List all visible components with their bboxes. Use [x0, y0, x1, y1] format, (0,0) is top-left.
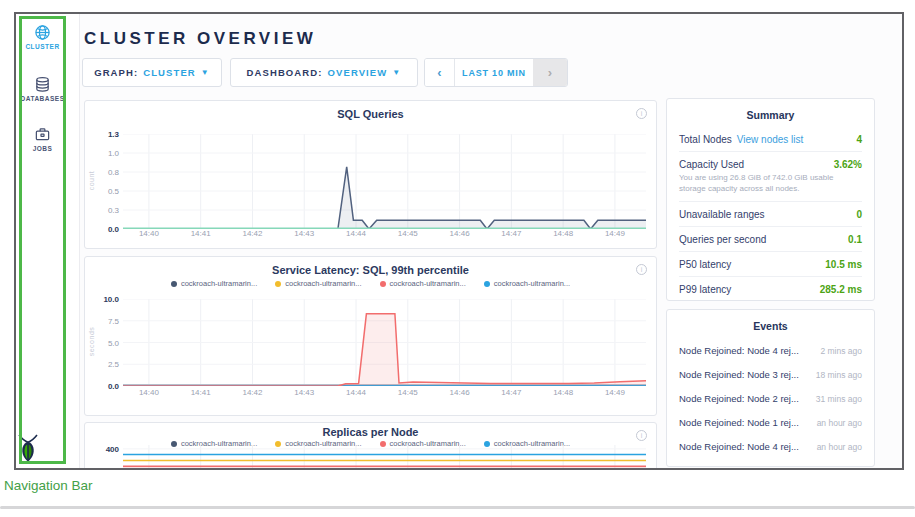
- event-time: 2 mins ago: [820, 346, 862, 356]
- legend-dot-icon: [171, 281, 177, 287]
- page-title: CLUSTER OVERVIEW: [84, 29, 316, 49]
- summary-label: P50 latency: [679, 259, 731, 270]
- chart-plot-area[interactable]: [123, 134, 646, 229]
- x-axis-tick-label: 14:49: [594, 388, 636, 397]
- summary-label: Total Nodes: [679, 134, 732, 145]
- y-axis-tick-label: 7.5: [89, 317, 119, 326]
- event-text: Node Rejoined: Node 4 rej...: [679, 345, 815, 356]
- event-row: Node Rejoined: Node 4 rej... 2 mins ago: [679, 345, 862, 356]
- dashboard-dropdown-label: DASHBOARD:: [247, 67, 323, 78]
- summary-title: Summary: [679, 99, 862, 121]
- navigation-bar: CLUSTER DATABASES JOBS: [16, 14, 80, 468]
- database-icon: [34, 76, 51, 93]
- summary-value: 10.5 ms: [825, 259, 862, 270]
- time-prev-button[interactable]: ‹: [425, 59, 455, 86]
- event-time: 31 mins ago: [816, 394, 862, 404]
- event-text: Node Rejoined: Node 2 rej...: [679, 393, 815, 404]
- time-next-button[interactable]: ›: [533, 59, 567, 86]
- summary-value: 4: [856, 134, 862, 145]
- summary-value: 0: [856, 209, 862, 220]
- graph-dropdown-value: CLUSTER: [143, 67, 196, 78]
- sidebar-item-jobs[interactable]: JOBS: [16, 126, 69, 152]
- events-panel: Events Node Rejoined: Node 4 rej... 2 mi…: [666, 309, 875, 467]
- y-axis-tick-label: 0.8: [89, 168, 119, 177]
- x-axis-tick-label: 14:41: [180, 388, 222, 397]
- chart-title: Service Latency: SQL, 99th percentile: [85, 264, 656, 276]
- y-axis-tick-label: 0.5: [89, 187, 119, 196]
- event-time: an hour ago: [817, 442, 862, 452]
- summary-row-p50: P50 latency 10.5 ms: [679, 251, 862, 276]
- legend-label: cockroach-ultramarin...: [285, 279, 361, 288]
- dashboard-dropdown-value: OVERVIEW: [328, 67, 388, 78]
- y-axis-tick-label: 1.0: [89, 149, 119, 158]
- x-axis-tick-label: 14:46: [439, 388, 481, 397]
- legend-item[interactable]: cockroach-ultramarin...: [171, 279, 257, 288]
- screenshot-root: { "annotation": { "label": "Navigation B…: [0, 0, 915, 517]
- legend-item[interactable]: cockroach-ultramarin...: [380, 279, 466, 288]
- x-axis-tick-label: 14:48: [542, 388, 584, 397]
- y-axis-tick-label: 2.5: [89, 360, 119, 369]
- sidebar-item-label: CLUSTER: [16, 43, 69, 50]
- sidebar-item-label: DATABASES: [16, 95, 69, 102]
- summary-row-total-nodes: Total Nodes View nodes list 4: [679, 127, 862, 151]
- view-nodes-list-link[interactable]: View nodes list: [737, 134, 804, 145]
- sql-queries-chart-panel: SQL Queries i count0.00.30.50.81.01.314:…: [84, 100, 657, 249]
- chart-title: SQL Queries: [85, 108, 656, 120]
- time-range-label[interactable]: LAST 10 MIN: [455, 59, 533, 86]
- info-icon[interactable]: i: [636, 264, 647, 275]
- summary-value: 0.1: [848, 234, 862, 245]
- chart-plot-area[interactable]: [123, 299, 646, 386]
- legend-label: cockroach-ultramarin...: [181, 279, 257, 288]
- y-axis-tick-label: 1.3: [89, 130, 119, 139]
- x-axis-tick-label: 14:45: [387, 229, 429, 238]
- summary-label: P99 latency: [679, 284, 731, 295]
- summary-row-p99: P99 latency 285.2 ms: [679, 276, 862, 301]
- dashboard-dropdown[interactable]: DASHBOARD: OVERVIEW ▼: [230, 58, 418, 87]
- x-axis-tick-label: 14:42: [231, 229, 273, 238]
- event-text: Node Rejoined: Node 4 rej...: [679, 441, 815, 452]
- event-row: Node Rejoined: Node 4 rej... an hour ago: [679, 441, 862, 452]
- briefcase-icon: [34, 126, 51, 143]
- page-divider: [0, 506, 915, 509]
- y-axis-tick-label: 400: [89, 445, 119, 454]
- cockroach-bug-icon: [16, 434, 40, 462]
- sidebar-item-databases[interactable]: DATABASES: [16, 76, 69, 102]
- legend-item[interactable]: cockroach-ultramarin...: [484, 279, 570, 288]
- service-latency-chart-panel: Service Latency: SQL, 99th percentile i …: [84, 256, 657, 416]
- info-icon[interactable]: i: [636, 108, 647, 119]
- summary-label: Unavailable ranges: [679, 209, 765, 220]
- chart-legend: cockroach-ultramarin...cockroach-ultrama…: [85, 279, 656, 288]
- event-time: an hour ago: [817, 418, 862, 428]
- cockroachdb-logo[interactable]: [16, 434, 69, 462]
- x-axis-tick-label: 14:40: [128, 229, 170, 238]
- event-text: Node Rejoined: Node 1 rej...: [679, 417, 815, 428]
- sidebar-item-label: JOBS: [16, 145, 69, 152]
- y-axis-tick-label: 0.0: [89, 382, 119, 391]
- x-axis-tick-label: 14:40: [128, 388, 170, 397]
- x-axis-tick-label: 14:47: [490, 229, 532, 238]
- summary-label: Queries per second: [679, 234, 766, 245]
- event-time: 18 mins ago: [816, 370, 862, 380]
- chevron-down-icon: ▼: [392, 68, 401, 77]
- x-axis-tick-label: 14:49: [594, 229, 636, 238]
- legend-label: cockroach-ultramarin...: [390, 279, 466, 288]
- x-axis-tick-label: 14:41: [180, 229, 222, 238]
- chart-plot-area[interactable]: [123, 445, 646, 470]
- x-axis-tick-label: 14:47: [490, 388, 532, 397]
- graph-dropdown[interactable]: GRAPH: CLUSTER ▼: [82, 58, 222, 87]
- legend-label: cockroach-ultramarin...: [494, 279, 570, 288]
- x-axis-tick-label: 14:46: [439, 229, 481, 238]
- events-title: Events: [679, 310, 862, 332]
- x-axis-tick-label: 14:44: [335, 388, 377, 397]
- legend-dot-icon: [380, 281, 386, 287]
- time-range-picker: ‹ LAST 10 MIN ›: [424, 58, 568, 87]
- legend-item[interactable]: cockroach-ultramarin...: [275, 279, 361, 288]
- summary-value: 285.2 ms: [820, 284, 862, 295]
- summary-label: Capacity Used: [679, 159, 744, 170]
- summary-value: 3.62%: [834, 159, 862, 170]
- sidebar-item-cluster[interactable]: CLUSTER: [16, 24, 69, 50]
- graph-dropdown-label: GRAPH:: [94, 67, 138, 78]
- admin-ui-window: CLUSTER DATABASES JOBS CLUSTER OVERVIEW: [14, 12, 904, 470]
- chevron-down-icon: ▼: [201, 68, 210, 77]
- x-axis-tick-label: 14:42: [231, 388, 273, 397]
